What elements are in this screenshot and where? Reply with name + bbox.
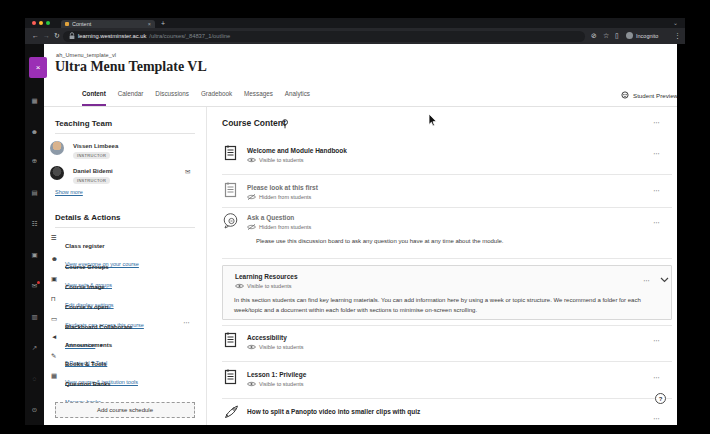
content-item-title[interactable]: Lesson 1: Privilege (247, 371, 306, 378)
incognito-icon (626, 32, 633, 39)
messages-icon[interactable]: ✉ (25, 282, 44, 290)
tab-close-icon[interactable]: × (148, 20, 151, 28)
help-button[interactable]: ? (655, 393, 666, 404)
minimize-window-button[interactable] (39, 21, 43, 25)
detail-title: Class register (65, 243, 105, 249)
item-more-options-icon[interactable]: ⋯ (653, 220, 660, 226)
screen: Content × + ⌄ ← → ↻ learning.westminster… (0, 0, 710, 434)
close-window-button[interactable] (32, 21, 36, 25)
item-more-options-icon[interactable]: ⋯ (653, 416, 660, 422)
status-row: Hidden from students (247, 224, 311, 230)
member-name[interactable]: Vissen Limbeea (73, 143, 118, 149)
grades-icon[interactable]: ▥ (25, 313, 44, 321)
eye-icon (247, 381, 256, 387)
divider (55, 133, 195, 134)
zoom-window-button[interactable] (46, 21, 50, 25)
divider (222, 258, 672, 259)
course-content-more-options-icon[interactable]: ⋯ (653, 120, 660, 126)
tools-icon[interactable]: ↗ (25, 344, 44, 352)
url-bar[interactable]: learning.westminster.ac.uk /ultra/course… (63, 31, 585, 42)
detail-title: Course Groups (65, 264, 109, 270)
search-icon[interactable]: ◌ (25, 375, 44, 383)
tab-content[interactable]: Content (82, 89, 106, 106)
folder-more-options-icon[interactable]: ⋯ (643, 278, 650, 284)
content-item-title[interactable]: Ask a Question (247, 214, 294, 221)
collaborate-more-options-icon[interactable]: ⋯ (183, 320, 190, 326)
page-title: Ultra Menu Template VL (55, 59, 207, 75)
chevron-down-icon[interactable] (660, 277, 669, 283)
reload-button[interactable]: ↻ (54, 31, 60, 41)
status-text: Visible to students (259, 344, 304, 350)
show-more-link[interactable]: Show more (55, 189, 83, 195)
item-description: Please use this discussion board to ask … (256, 237, 672, 246)
window-chevron-icon[interactable]: ⌄ (673, 19, 678, 28)
teaching-team-heading: Teaching Team (55, 119, 112, 128)
item-more-options-icon[interactable]: ⋯ (653, 375, 660, 381)
url-host: learning.westminster.ac.uk (78, 33, 146, 39)
bookmark-star-icon[interactable]: ☆ (603, 31, 609, 41)
tab-gradebook[interactable]: Gradebook (201, 89, 232, 106)
eye-icon (247, 344, 256, 350)
courses-icon[interactable]: ▤ (25, 189, 44, 197)
tab-calendar[interactable]: Calendar (118, 89, 144, 106)
sign-out-icon[interactable]: ⊙ (25, 406, 44, 414)
pin-icon[interactable] (281, 119, 289, 129)
student-preview-button[interactable]: Student Preview (620, 91, 678, 99)
status-text: Hidden from students (259, 194, 311, 200)
divider (222, 398, 672, 399)
item-more-options-icon[interactable]: ⋯ (653, 338, 660, 344)
eye-slash-icon (247, 224, 256, 230)
message-envelope-icon[interactable]: ✉ (185, 168, 190, 176)
new-tab-button[interactable]: + (161, 19, 165, 28)
divider (44, 106, 677, 107)
forward-button[interactable]: → (43, 31, 50, 41)
details-actions-heading: Details & Actions (55, 213, 121, 222)
document-icon (224, 182, 237, 198)
calendar-icon[interactable]: ▣ (25, 251, 44, 259)
member-name[interactable]: Daniel Bidemi (73, 168, 113, 174)
folder-title[interactable]: Learning Resources (235, 273, 298, 280)
detail-title: Question Banks (65, 381, 111, 387)
role-badge: INSTRUCTOR (73, 152, 110, 159)
browser-toolbar: ← → ↻ learning.westminster.ac.uk /ultra/… (25, 28, 685, 44)
add-course-schedule-label: Add course schedule (97, 407, 153, 413)
item-more-options-icon[interactable]: ⋯ (653, 151, 660, 157)
folder-description: In this section students can find key le… (234, 295, 662, 315)
side-panel-icon[interactable]: ▯ (615, 31, 619, 41)
detail-title: Blackboard Collaborate (65, 324, 132, 330)
document-icon (224, 369, 237, 385)
content-item-title[interactable]: Welcome and Module Handbook (247, 147, 347, 154)
status-text: Visible to students (247, 283, 292, 289)
profile-icon[interactable]: ☻ (25, 128, 44, 136)
status-text: Visible to students (259, 157, 304, 163)
divider (222, 174, 672, 175)
base-nav-strip: ▦ ☻ ⊕ ▤ ☷ ▣ ✉ ▥ ↗ ◌ ⊙ (25, 44, 44, 425)
status-row: Visible to students (247, 344, 304, 350)
browser-tab[interactable]: Content × (61, 20, 155, 28)
close-course-button[interactable]: × (29, 57, 47, 78)
eye-icon (247, 157, 256, 163)
detail-title: Course is open (65, 304, 108, 310)
tab-analytics[interactable]: Analytics (285, 89, 310, 106)
tab-title: Content (72, 20, 145, 28)
organizations-icon[interactable]: ☷ (25, 220, 44, 228)
content-item-title[interactable]: Please look at this first (247, 184, 318, 191)
learning-resources-folder[interactable]: Learning Resources Visible to students ⋯… (222, 265, 672, 320)
item-more-options-icon[interactable]: ⋯ (653, 188, 660, 194)
content-item-title[interactable]: How to split a Panopto video into smalle… (247, 408, 420, 415)
tab-messages[interactable]: Messages (244, 89, 273, 106)
institution-icon[interactable]: ▦ (25, 97, 44, 105)
content-item-title[interactable]: Accessibility (247, 334, 287, 341)
add-course-schedule-button[interactable]: Add course schedule (55, 402, 195, 418)
extension-icon[interactable]: ⊘ (591, 31, 597, 41)
avatar[interactable] (50, 141, 64, 155)
divider (222, 207, 672, 208)
eye-slash-icon (247, 194, 256, 200)
activity-stream-icon[interactable]: ⊕ (25, 157, 44, 165)
back-button[interactable]: ← (32, 31, 39, 41)
tab-discussions[interactable]: Discussions (155, 89, 189, 106)
mouse-cursor (428, 114, 438, 127)
help-icon: ? (659, 396, 663, 402)
avatar[interactable] (50, 166, 64, 180)
browser-menu-icon[interactable]: ⋮ (674, 31, 681, 41)
